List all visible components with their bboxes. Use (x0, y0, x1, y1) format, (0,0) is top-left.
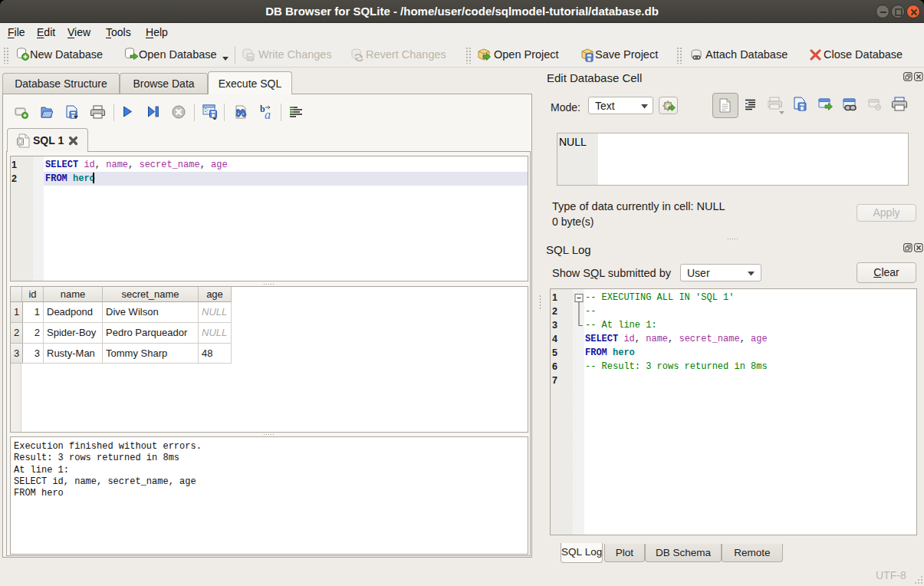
svg-text:a: a (265, 108, 271, 120)
